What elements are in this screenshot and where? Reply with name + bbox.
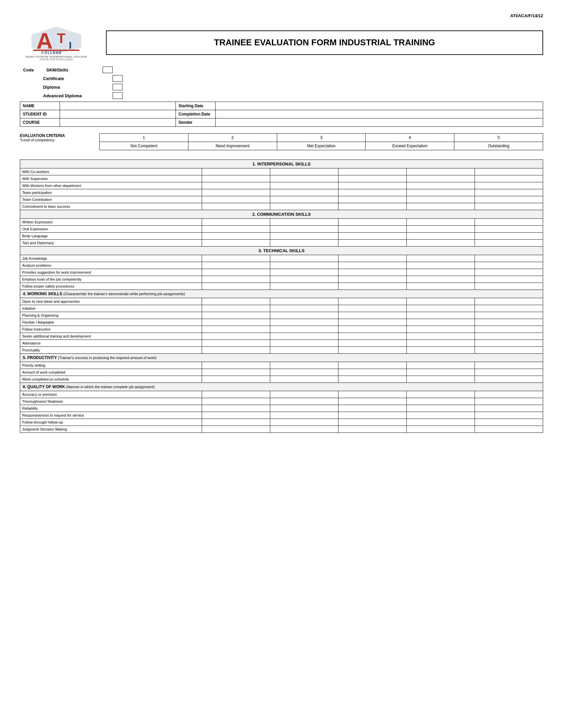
comm-score-1-4[interactable] (407, 219, 475, 226)
interpersonal-score-1-1[interactable] (202, 168, 270, 175)
prod-score-3-2[interactable] (270, 376, 339, 383)
work-score-7-1[interactable] (202, 340, 270, 347)
prod-score-2-4[interactable] (407, 369, 475, 376)
interpersonal-score-3-1[interactable] (202, 182, 270, 189)
work-score-5-4[interactable] (407, 326, 475, 333)
qual-score-6-3[interactable] (339, 426, 407, 433)
work-score-6-4[interactable] (407, 333, 475, 340)
qual-score-5-2[interactable] (270, 419, 339, 426)
qual-score-4-2[interactable] (270, 412, 339, 419)
interpersonal-score-2-1[interactable] (202, 175, 270, 182)
work-score-3-1[interactable] (202, 312, 270, 319)
tech-score-5-2[interactable] (270, 283, 339, 290)
comm-score-2-5[interactable] (475, 226, 543, 233)
qual-score-5-5[interactable] (475, 419, 543, 426)
comm-score-3-4[interactable] (407, 233, 475, 240)
interpersonal-score-6-4[interactable] (407, 203, 475, 210)
work-score-3-5[interactable] (475, 312, 543, 319)
work-score-4-2[interactable] (270, 319, 339, 326)
qual-score-3-3[interactable] (339, 405, 407, 412)
prod-score-3-5[interactable] (475, 376, 543, 383)
work-score-1-4[interactable] (407, 298, 475, 305)
prod-score-2-3[interactable] (339, 369, 407, 376)
work-score-1-5[interactable] (475, 298, 543, 305)
tech-score-5-1[interactable] (202, 283, 270, 290)
comm-score-3-1[interactable] (202, 233, 270, 240)
tech-score-5-4[interactable] (407, 283, 475, 290)
tech-score-1-3[interactable] (339, 255, 407, 262)
prod-score-1-4[interactable] (407, 362, 475, 369)
work-score-7-4[interactable] (407, 340, 475, 347)
work-score-4-5[interactable] (475, 319, 543, 326)
work-score-3-2[interactable] (270, 312, 339, 319)
qual-score-5-4[interactable] (407, 419, 475, 426)
tech-score-1-1[interactable] (202, 255, 270, 262)
work-score-6-1[interactable] (202, 333, 270, 340)
comm-score-2-1[interactable] (202, 226, 270, 233)
interpersonal-score-1-2[interactable] (270, 168, 339, 175)
tech-score-5-5[interactable] (475, 283, 543, 290)
work-score-3-3[interactable] (339, 312, 407, 319)
comm-score-1-5[interactable] (475, 219, 543, 226)
qual-score-6-1[interactable] (202, 426, 270, 433)
tech-score-2-1[interactable] (202, 262, 270, 269)
tech-score-5-3[interactable] (339, 283, 407, 290)
work-score-2-2[interactable] (270, 305, 339, 312)
interpersonal-score-2-3[interactable] (339, 175, 407, 182)
prod-score-2-5[interactable] (475, 369, 543, 376)
course-value[interactable] (60, 118, 176, 127)
tech-score-3-3[interactable] (339, 269, 407, 276)
diploma-checkbox[interactable] (113, 84, 122, 90)
work-score-1-3[interactable] (339, 298, 407, 305)
interpersonal-score-4-4[interactable] (407, 189, 475, 196)
comm-score-4-2[interactable] (270, 240, 339, 247)
qual-score-3-4[interactable] (407, 405, 475, 412)
tech-score-4-2[interactable] (270, 276, 339, 283)
qual-score-4-4[interactable] (407, 412, 475, 419)
interpersonal-score-4-1[interactable] (202, 189, 270, 196)
tech-score-3-1[interactable] (202, 269, 270, 276)
work-score-4-3[interactable] (339, 319, 407, 326)
qual-score-2-1[interactable] (202, 398, 270, 405)
advanced-diploma-checkbox[interactable] (113, 92, 122, 99)
prod-score-3-1[interactable] (202, 376, 270, 383)
comm-score-1-2[interactable] (270, 219, 339, 226)
qual-score-6-2[interactable] (270, 426, 339, 433)
prod-score-1-2[interactable] (270, 362, 339, 369)
prod-score-1-1[interactable] (202, 362, 270, 369)
qual-score-1-2[interactable] (270, 391, 339, 398)
comm-score-4-5[interactable] (475, 240, 543, 247)
work-score-1-1[interactable] (202, 298, 270, 305)
qual-score-2-3[interactable] (339, 398, 407, 405)
work-score-3-4[interactable] (407, 312, 475, 319)
tech-score-4-1[interactable] (202, 276, 270, 283)
work-score-8-5[interactable] (475, 347, 543, 354)
qual-score-2-2[interactable] (270, 398, 339, 405)
interpersonal-score-5-1[interactable] (202, 196, 270, 203)
tech-score-2-2[interactable] (270, 262, 339, 269)
interpersonal-score-5-3[interactable] (339, 196, 407, 203)
tech-score-2-5[interactable] (475, 262, 543, 269)
interpersonal-score-1-4[interactable] (407, 168, 475, 175)
interpersonal-score-2-5[interactable] (475, 175, 543, 182)
interpersonal-score-2-2[interactable] (270, 175, 339, 182)
interpersonal-score-4-2[interactable] (270, 189, 339, 196)
work-score-2-1[interactable] (202, 305, 270, 312)
interpersonal-score-3-4[interactable] (407, 182, 475, 189)
qual-score-1-4[interactable] (407, 391, 475, 398)
student-id-value[interactable] (60, 110, 176, 118)
work-score-8-1[interactable] (202, 347, 270, 354)
qual-score-1-1[interactable] (202, 391, 270, 398)
comm-score-2-2[interactable] (270, 226, 339, 233)
work-score-2-4[interactable] (407, 305, 475, 312)
interpersonal-score-5-4[interactable] (407, 196, 475, 203)
tech-score-4-4[interactable] (407, 276, 475, 283)
qual-score-1-5[interactable] (475, 391, 543, 398)
prod-score-3-3[interactable] (339, 376, 407, 383)
interpersonal-score-4-3[interactable] (339, 189, 407, 196)
prod-score-2-2[interactable] (270, 369, 339, 376)
interpersonal-score-6-2[interactable] (270, 203, 339, 210)
comm-score-3-5[interactable] (475, 233, 543, 240)
qual-score-6-4[interactable] (407, 426, 475, 433)
starting-date-value[interactable] (215, 102, 543, 110)
